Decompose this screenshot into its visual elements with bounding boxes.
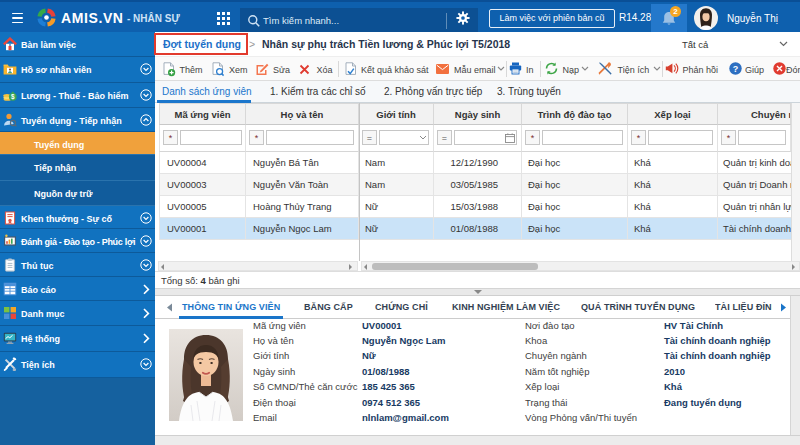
svg-text:$: $ — [11, 93, 15, 101]
svg-text:?: ? — [733, 64, 739, 74]
